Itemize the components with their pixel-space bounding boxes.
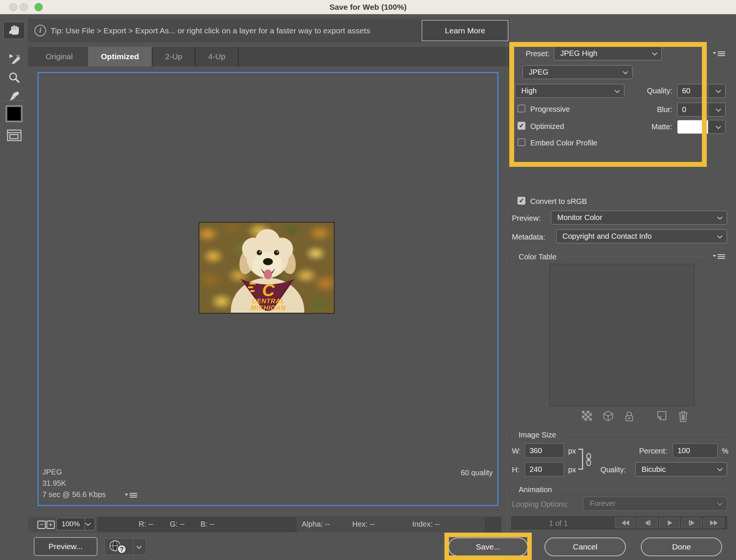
height-field[interactable]: 240 [525, 462, 564, 476]
chevron-down-icon [623, 69, 628, 74]
first-frame-button[interactable] [615, 518, 636, 528]
chevron-down-icon [717, 500, 723, 506]
color-table-header: Color Table [519, 253, 556, 261]
chevron-down-icon [136, 544, 142, 549]
preview-in-browser-button[interactable]: Preview... [34, 537, 97, 556]
delete-color-icon[interactable] [678, 411, 688, 422]
last-frame-button[interactable] [703, 518, 724, 528]
tab-2-up[interactable]: 2-Up [153, 47, 195, 66]
preview-tabs: Original Optimized 2-Up 4-Up [28, 47, 510, 66]
tab-4-up[interactable]: 4-Up [196, 47, 238, 66]
play-icon [666, 520, 674, 526]
slices-visibility-icon [6, 128, 22, 142]
rgb-segment [98, 517, 296, 532]
svg-text:MICHIGAN: MICHIGAN [251, 304, 286, 311]
color-table-menu-icon[interactable] [713, 253, 726, 260]
index-readout: Index: -- [412, 520, 440, 529]
tab-original[interactable]: Original [30, 47, 88, 66]
lock-color-icon[interactable] [625, 411, 634, 422]
chevron-down-icon [716, 88, 721, 93]
web-shift-cube-icon[interactable] [603, 411, 613, 421]
percent-unit: % [722, 447, 729, 455]
matte-select[interactable] [677, 120, 726, 134]
transparency-map-icon[interactable] [582, 411, 592, 421]
preview-info-menu-icon[interactable] [125, 492, 138, 499]
embed-color-profile-checkbox[interactable] [518, 138, 525, 146]
metadata-value: Copyright and Contact Info [562, 232, 652, 241]
format-select[interactable]: JPEG [522, 65, 633, 79]
cancel-button[interactable]: Cancel [545, 538, 626, 556]
previous-frame-button[interactable] [637, 518, 658, 528]
blur-chevron[interactable] [708, 103, 725, 116]
eyedropper-tool-button[interactable] [3, 88, 25, 105]
tab-optimized[interactable]: Optimized [88, 47, 152, 66]
quality-stepper[interactable]: 60 [677, 84, 726, 98]
section-rule [510, 434, 516, 435]
hand-tool-button[interactable] [3, 22, 25, 39]
chevron-down-icon [717, 466, 723, 471]
metadata-select[interactable]: Copyright and Contact Info [556, 229, 727, 243]
preview-select[interactable]: Monitor Color [551, 211, 727, 225]
default-browser-button[interactable]: ? [105, 539, 133, 555]
quality-value[interactable]: 60 [678, 84, 708, 97]
preview-label: Preview: [512, 214, 541, 223]
slice-select-tool-button[interactable] [3, 50, 25, 67]
slice-select-icon [8, 53, 21, 64]
optimize-menu-icon[interactable] [713, 50, 726, 57]
chevron-down-icon [85, 521, 91, 526]
download-time-readout: 7 sec @ 56.6 Kbps [42, 490, 106, 499]
red-readout: R: -- [139, 520, 153, 529]
progressive-checkbox[interactable] [518, 105, 525, 112]
zoom-level-value: 100% [57, 518, 85, 530]
next-frame-button[interactable] [681, 518, 702, 528]
zoom-out-button[interactable]: − [37, 521, 46, 529]
new-color-icon[interactable] [657, 411, 667, 421]
percent-field[interactable]: 100 [673, 443, 718, 458]
matte-chevron[interactable] [708, 120, 725, 133]
zoom-level-chevron [85, 518, 95, 530]
file-size-readout: 31.95K [42, 479, 66, 488]
convert-to-srgb-label: Convert to sRGB [530, 197, 587, 206]
compression-value: High [521, 87, 537, 95]
toggle-slices-visibility-button[interactable] [3, 127, 25, 144]
percent-label: Percent: [618, 447, 667, 455]
blue-readout: B: -- [200, 520, 215, 529]
blur-stepper[interactable]: 0 [677, 103, 726, 117]
learn-more-button[interactable]: Learn More [422, 20, 509, 41]
blur-value[interactable]: 0 [678, 103, 708, 116]
section-rule [564, 434, 727, 435]
dog-photo: C CENTRAL MICHIGAN [199, 223, 334, 313]
tab-separator [152, 47, 153, 66]
format-value: JPEG [529, 68, 548, 76]
convert-to-srgb-checkbox[interactable]: ✓ [518, 197, 525, 205]
done-button[interactable]: Done [641, 538, 722, 556]
matte-color-swatch[interactable] [678, 120, 708, 133]
play-button[interactable] [659, 518, 680, 528]
preview-image[interactable]: C CENTRAL MICHIGAN [199, 222, 335, 314]
zoom-level-select[interactable]: 100% [56, 518, 95, 530]
chevron-down-icon [615, 88, 620, 93]
preset-value: JPEG High [560, 49, 597, 58]
compression-quality-select[interactable]: High [515, 84, 624, 98]
link-icon[interactable] [585, 453, 592, 466]
browser-select-group[interactable]: ? [104, 538, 146, 555]
status-bar: − + 100% R: -- G: -- B: -- Alpha: -- Hex… [28, 517, 501, 532]
width-field[interactable]: 360 [525, 443, 564, 458]
tool-palette [0, 14, 28, 560]
section-rule [567, 256, 708, 257]
resample-quality-select[interactable]: Bicubic [635, 462, 727, 476]
preset-select[interactable]: JPEG High [554, 46, 662, 60]
preview-value: Monitor Color [557, 213, 602, 222]
titlebar: Save for Web (100%) [0, 0, 736, 14]
zoom-tool-button[interactable] [3, 69, 25, 86]
optimized-checkbox[interactable]: ✓ [518, 122, 525, 130]
zoom-in-button[interactable]: + [46, 521, 55, 529]
color-table [549, 264, 695, 406]
quality-chevron[interactable] [708, 84, 725, 97]
statusbar-divider [485, 517, 485, 532]
svg-text:C: C [262, 280, 275, 300]
chevron-down-icon [717, 233, 723, 238]
save-button[interactable]: Save... [448, 538, 528, 556]
browser-select-chevron[interactable] [133, 539, 146, 555]
color-swatch[interactable] [6, 105, 22, 122]
